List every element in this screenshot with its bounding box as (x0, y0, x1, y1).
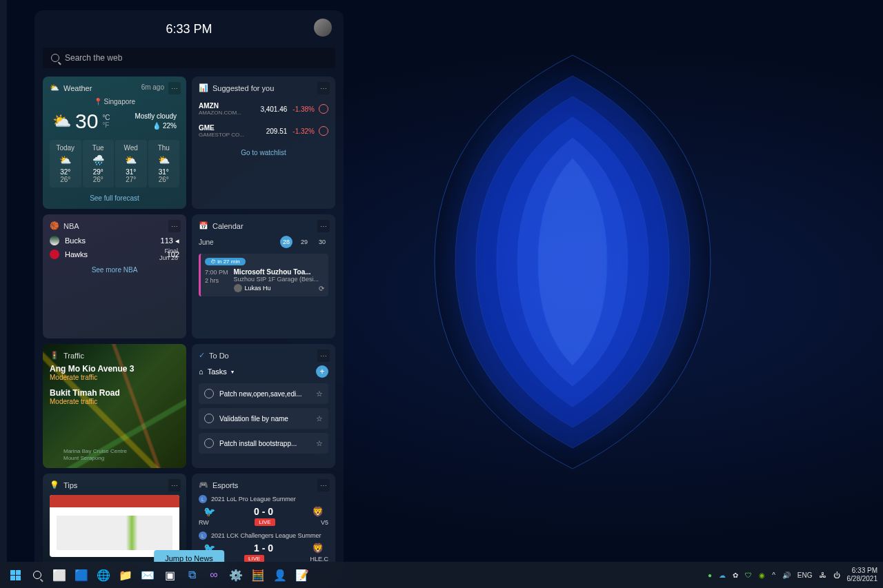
suggested-card[interactable]: 📊Suggested for you ⋯ AMZNAMAZON.COM...3,… (192, 77, 335, 209)
traffic-icon: 🚦 (50, 351, 59, 360)
route-name: Bukit Timah Road (50, 388, 179, 398)
route-name: Ang Mo Kio Avenue 3 (50, 364, 179, 374)
weather-now-icon: ⛅ (52, 112, 71, 130)
taskbar-clock[interactable]: 6:33 PM 6/28/2021 (847, 567, 878, 583)
refresh-icon[interactable]: ⟳ (319, 285, 324, 292)
terminal-icon[interactable]: ▣ (160, 565, 179, 585)
watchlist-link[interactable]: Go to watchlist (199, 149, 328, 156)
edge-icon[interactable]: 🌐 (94, 565, 113, 585)
more-icon[interactable]: ⋯ (317, 349, 330, 362)
more-icon[interactable]: ⋯ (168, 479, 181, 491)
user-avatar[interactable] (314, 19, 332, 37)
vscode-icon[interactable]: ⧉ (182, 565, 201, 585)
weather-location: 📍 Singapore (50, 98, 179, 105)
tray-action-icon[interactable]: ⏻ (833, 571, 840, 579)
nba-icon: 🏀 (50, 221, 59, 230)
more-icon[interactable]: ⋯ (317, 479, 330, 491)
tips-thumbnail (50, 495, 179, 557)
task-checkbox[interactable] (204, 438, 214, 448)
calculator-icon[interactable]: 🧮 (248, 565, 268, 585)
forecast-day[interactable]: Thu⛅31°26° (148, 140, 180, 187)
temperature: 30 (75, 110, 98, 133)
search-placeholder: Search the web (65, 53, 122, 63)
todo-card[interactable]: ✓To Do ⋯ ⌂ Tasks ▾ + Patch new,open,save… (192, 344, 335, 468)
chevron-down-icon: ▾ (231, 369, 234, 375)
task-view-button[interactable]: ⬜ (50, 565, 69, 585)
task-item[interactable]: Patch install bootstrapp...☆ (199, 433, 328, 454)
calendar-icon: 📅 (199, 221, 208, 230)
tray-nvidia-icon[interactable]: ◉ (759, 571, 765, 579)
tray-chevron-icon[interactable]: ^ (772, 571, 775, 579)
task-item[interactable]: Validation file by name☆ (199, 408, 328, 429)
forecast-row: Today⛅32°26°Tue🌧️29°26°Wed⛅31°27°Thu⛅31°… (50, 140, 179, 187)
card-title: Esports (212, 481, 238, 489)
todo-icon: ✓ (199, 351, 205, 360)
forecast-link[interactable]: See full forecast (50, 194, 179, 202)
event-countdown: ⏱ in 27 min (205, 258, 246, 265)
taskbar: ⬜ 🟦 🌐 📁 ✉️ ▣ ⧉ ∞ ⚙️ 🧮 👤 📝 ● ☁ ✿ 🛡 ◉ ^ 🔊 … (0, 562, 883, 588)
tray-network-icon[interactable]: 🖧 (820, 571, 826, 579)
app-icon[interactable]: 👤 (270, 565, 290, 585)
tray-security-icon[interactable]: 🛡 (745, 571, 752, 579)
card-title: To Do (209, 352, 229, 360)
task-checkbox[interactable] (204, 389, 214, 398)
calendar-day[interactable]: 28 (280, 236, 292, 248)
mail-icon[interactable]: ✉️ (138, 565, 157, 585)
stock-row[interactable]: GMEGAMESTOP CO...209.51-1.32% (199, 120, 328, 142)
notepad-icon[interactable]: 📝 (292, 565, 312, 585)
card-title: Weather (63, 84, 92, 92)
task-item[interactable]: Patch new,open,save,edi...☆ (199, 383, 328, 404)
tray-onedrive-icon[interactable]: ☁ (719, 571, 726, 579)
forecast-day[interactable]: Today⛅32°26° (50, 140, 81, 187)
tray-app-icon[interactable]: ✿ (733, 571, 738, 579)
calendar-month: June (199, 239, 214, 246)
task-list-name[interactable]: Tasks (208, 367, 227, 376)
calendar-card[interactable]: 📅Calendar ⋯ June 282930 ⏱ in 27 min 7:00… (192, 214, 335, 338)
weather-desc: Mostly cloudy (135, 112, 177, 120)
star-icon[interactable]: ☆ (316, 439, 323, 448)
nba-link[interactable]: See more NBA (50, 266, 179, 274)
card-title: Calendar (212, 222, 244, 230)
settings-icon[interactable]: ⚙️ (226, 565, 246, 585)
card-title: Traffic (63, 352, 84, 360)
calendar-day[interactable]: 30 (316, 236, 328, 248)
esports-icon: 🎮 (199, 480, 208, 489)
tray-volume-icon[interactable]: 🔊 (782, 571, 791, 579)
start-button[interactable] (6, 565, 25, 585)
weather-card[interactable]: ⛅Weather 6m ago ⋯ 📍 Singapore ⛅ 30 °C°F … (43, 77, 186, 209)
tips-icon: 💡 (50, 480, 59, 489)
more-icon[interactable]: ⋯ (168, 220, 181, 232)
panel-time: 6:33 PM (166, 22, 212, 37)
task-checkbox[interactable] (204, 414, 214, 423)
star-icon[interactable]: ☆ (316, 414, 323, 423)
card-title: Suggested for you (212, 84, 274, 92)
widgets-button[interactable]: 🟦 (72, 565, 91, 585)
forecast-day[interactable]: Tue🌧️29°26° (83, 140, 115, 187)
card-title: Tips (63, 481, 77, 489)
forecast-day[interactable]: Wed⛅31°27° (115, 140, 147, 187)
calendar-event[interactable]: ⏱ in 27 min 7:00 PM2 hrs Microsoft Suzho… (199, 254, 328, 296)
widgets-panel: 6:33 PM Search the web ⛅Weather 6m ago ⋯… (34, 10, 344, 572)
stock-row[interactable]: AMZNAMAZON.COM...3,401.46-1.38% (199, 98, 328, 120)
more-icon[interactable]: ⋯ (168, 82, 181, 94)
stocks-icon: 📊 (199, 83, 208, 92)
event-organizer: Lukas Hu (245, 285, 271, 292)
event-title: Microsoft Suzhou Toa... (234, 268, 319, 276)
tray-wechat-icon[interactable]: ● (708, 571, 712, 579)
language-indicator[interactable]: ENG (797, 571, 813, 579)
traffic-card[interactable]: 🚦Traffic Ang Mo Kio Avenue 3Moderate tra… (43, 344, 186, 468)
weather-icon: ⛅ (50, 83, 59, 92)
weather-updated: 6m ago (141, 83, 164, 91)
search-button[interactable] (28, 565, 47, 585)
star-icon[interactable]: ☆ (316, 389, 323, 398)
nba-card[interactable]: 🏀NBA ⋯ Bucks113 ◂ Hawks102 FinalJun 28 S… (43, 214, 186, 338)
file-explorer-icon[interactable]: 📁 (116, 565, 135, 585)
team-row: Bucks113 ◂ (50, 236, 179, 245)
calendar-day[interactable]: 29 (298, 236, 310, 248)
add-task-button[interactable]: + (316, 365, 328, 378)
more-icon[interactable]: ⋯ (317, 220, 330, 232)
home-icon: ⌂ (199, 367, 204, 376)
more-icon[interactable]: ⋯ (317, 82, 330, 94)
visualstudio-icon[interactable]: ∞ (204, 565, 224, 585)
search-input[interactable]: Search the web (43, 48, 335, 68)
